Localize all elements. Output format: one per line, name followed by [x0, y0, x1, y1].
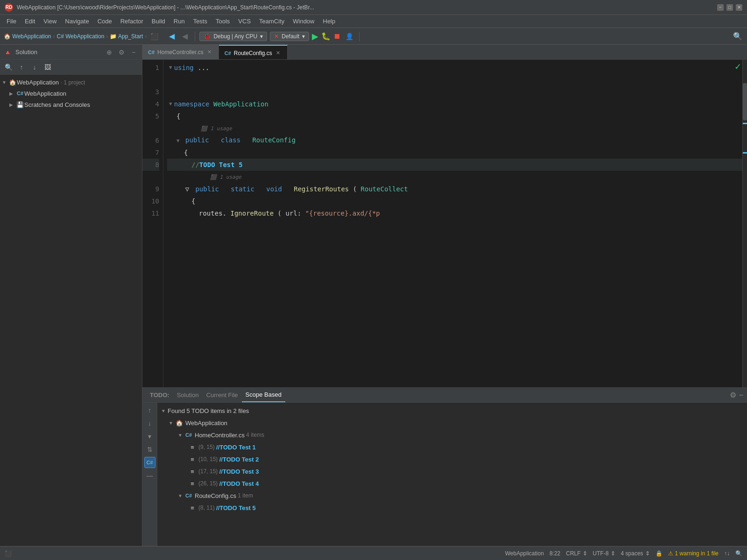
menu-item-tools[interactable]: Tools — [212, 16, 233, 26]
close-button[interactable]: ✕ — [736, 4, 742, 11]
menu-item-run[interactable]: Run — [170, 16, 189, 26]
todo-item-5[interactable]: ≡ (8, 11) //TODO Test 5 — [157, 502, 747, 514]
status-project[interactable]: WebApplication — [505, 550, 544, 557]
menu-item-refactor[interactable]: Refactor — [117, 16, 147, 26]
routeconfig-arrow: ▼ — [178, 493, 184, 498]
status-encoding[interactable]: UTF-8 ⇕ — [593, 550, 615, 557]
right-scrollbar[interactable]: ✓ — [742, 60, 747, 387]
todo-doc-icon-2: ≡ — [188, 456, 197, 463]
tab-current-file[interactable]: Current File — [203, 388, 242, 402]
sidebar-add-btn[interactable]: ⊕ — [105, 48, 114, 57]
profile-label: Default — [282, 33, 299, 40]
todo-main: ↑ ↓ ▾ ⇅ C# — ▼ Found 5 TODO items in 2 f… — [142, 403, 747, 546]
gutter-9: ▽ — [184, 183, 190, 195]
todo-item-4[interactable]: ≡ (26, 15) //TODO Test 4 — [157, 477, 747, 490]
line-numbers: 1 3 4 5 6 7 8 9 10 11 — [142, 60, 163, 387]
status-center: WebApplication 8:22 CRLF ⇕ UTF-8 ⇕ 4 spa… — [505, 550, 662, 557]
back-btn[interactable]: ◀ — [166, 31, 177, 42]
fold-6[interactable]: ▼ — [176, 138, 180, 144]
image-btn[interactable]: 🖼 — [42, 62, 53, 73]
todo-item-1[interactable]: ≡ (9, 15) //TODO Test 1 — [157, 441, 747, 453]
code-editor[interactable]: 1 3 4 5 6 7 8 9 10 11 — [142, 60, 747, 387]
profile-icon: ✕ — [274, 33, 279, 40]
indent-expand-btn[interactable]: ↓ — [29, 62, 40, 73]
webapp-arrow: ▶ — [9, 91, 16, 96]
todo-content[interactable]: ▼ Found 5 TODO items in 2 files ▼ 🏠 WebA… — [157, 403, 747, 546]
scrollbar-thumb[interactable] — [743, 83, 747, 120]
menu-item-edit[interactable]: Edit — [21, 16, 39, 26]
sidebar-settings-btn[interactable]: ⚙ — [117, 48, 126, 57]
routeconfig-icon: C# — [184, 493, 193, 498]
menu-item-teamcity[interactable]: TeamCity — [255, 16, 288, 26]
tab-solution[interactable]: Solution — [173, 388, 203, 402]
menu-item-code[interactable]: Code — [94, 16, 116, 26]
debug-config-selector[interactable]: 🐞 Debug | Any CPU ▾ — [199, 32, 267, 41]
profile-selector[interactable]: ✕ Default ▾ — [270, 32, 309, 41]
status-position[interactable]: 8:22 — [550, 550, 560, 557]
status-warning-item[interactable]: ⚠ 1 warning in 1 file — [668, 550, 719, 557]
todo-down-btn[interactable]: ↓ — [144, 418, 155, 429]
todo-sort-btn[interactable]: ⇅ — [144, 444, 155, 455]
todo-settings-icon[interactable]: ⚙ — [730, 391, 736, 399]
summary-label: Found 5 TODO items in 2 files — [168, 407, 249, 414]
todo-homecontroller-item[interactable]: ▼ C# HomeController.cs 4 items — [157, 429, 747, 441]
run-button[interactable]: ▶ — [312, 31, 318, 42]
validation-check-icon: ✓ — [734, 62, 741, 72]
search-btn[interactable]: 🔍 — [732, 31, 743, 42]
indent-collapse-btn[interactable]: ↑ — [16, 62, 27, 73]
todo-cs-filter-btn[interactable]: C# — [144, 457, 155, 468]
sidebar-collapse-btn[interactable]: − — [129, 48, 138, 57]
todo-project-item[interactable]: ▼ 🏠 WebApplication — [157, 417, 747, 429]
menu-item-vcs[interactable]: VCS — [234, 16, 254, 26]
tab-routeconfig-close[interactable]: ✕ — [275, 50, 282, 56]
status-indentation[interactable]: 4 spaces ⇕ — [621, 550, 650, 557]
menu-item-window[interactable]: Window — [289, 16, 318, 26]
homecontroller-arrow: ▼ — [178, 433, 184, 438]
menu-item-navigate[interactable]: Navigate — [61, 16, 92, 26]
todo-item-2[interactable]: ≡ (10, 15) //TODO Test 2 — [157, 453, 747, 465]
minimize-button[interactable]: − — [717, 4, 724, 11]
breadcrumb-appstart[interactable]: 📁 App_Start — [110, 33, 143, 40]
warning-icon: ⚠ — [668, 550, 673, 557]
tab-homecontroller[interactable]: C# HomeController.cs ✕ — [142, 45, 219, 59]
breadcrumb-webapp2[interactable]: C# WebApplication — [57, 33, 105, 40]
tree-item-webapp[interactable]: ▶ C# WebApplication — [0, 88, 142, 99]
breadcrumb-nav-btn[interactable]: ⬛ — [148, 31, 160, 42]
status-line-ending[interactable]: CRLF ⇕ — [566, 550, 587, 557]
status-lock-icon[interactable]: 🔒 — [655, 550, 662, 557]
homecontroller-label: HomeController.cs — [195, 432, 245, 439]
breadcrumb-webapp[interactable]: 🏠 WebApplication — [4, 33, 51, 40]
profile-btn[interactable]: 👤 — [344, 31, 355, 42]
todo-routeconfig-item[interactable]: ▼ C# RouteConfig.cs 1 item — [157, 490, 747, 502]
todo-minimize-icon[interactable]: − — [739, 391, 743, 399]
tree-item-scratches[interactable]: ▶ 💾 Scratches and Consoles — [0, 99, 142, 110]
fold-1[interactable]: ▼ — [169, 62, 172, 74]
todo-item-3[interactable]: ≡ (17, 15) //TODO Test 3 — [157, 465, 747, 477]
sidebar-icons: ⊕ ⚙ − — [105, 48, 138, 57]
stop-button[interactable]: ⏹ — [333, 32, 341, 41]
tab-routeconfig[interactable]: C# RouteConfig.cs ✕ — [219, 45, 288, 59]
forward-btn[interactable]: ◀ — [179, 31, 190, 42]
tree-root-item[interactable]: ▼ 🏠 WebApplication · 1 project — [0, 77, 142, 88]
fold-4[interactable]: ▼ — [169, 98, 172, 110]
todo-doc-icon-3: ≡ — [188, 468, 197, 475]
menu-item-help[interactable]: Help — [319, 16, 339, 26]
line-ref-4: (26, 15) — [198, 480, 219, 487]
todo-filter-btn[interactable]: ▾ — [144, 431, 155, 442]
status-search-btn[interactable]: 🔍 — [735, 550, 742, 557]
status-indent-label: 4 spaces — [621, 550, 643, 557]
todo-dash-btn[interactable]: — — [144, 470, 155, 481]
tab-homecontroller-close[interactable]: ✕ — [206, 49, 213, 56]
menu-item-file[interactable]: File — [3, 16, 20, 26]
maximize-button[interactable]: □ — [726, 4, 733, 11]
menu-item-tests[interactable]: Tests — [190, 16, 211, 26]
status-layout-btn[interactable]: ⬛ — [5, 550, 12, 557]
menu-item-view[interactable]: View — [40, 16, 60, 26]
menu-item-build[interactable]: Build — [148, 16, 169, 26]
todo-up-btn[interactable]: ↑ — [144, 405, 155, 416]
locate-btn[interactable]: 🔍 — [3, 62, 14, 73]
code-content[interactable]: ▼ using ... ▼ namespace WebApplicat — [163, 60, 742, 387]
debug-button[interactable]: 🐛 — [321, 32, 331, 41]
tab-scope-based[interactable]: Scope Based — [242, 388, 285, 402]
status-vcs-btn[interactable]: ↑↓ — [724, 550, 730, 557]
